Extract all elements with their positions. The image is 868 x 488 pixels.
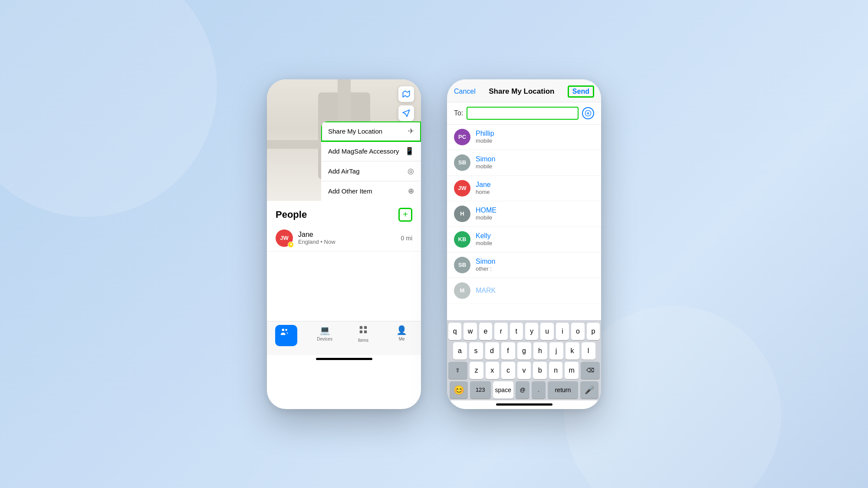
- airtag-icon: ◎: [408, 167, 414, 176]
- tab-people[interactable]: People: [267, 325, 306, 346]
- left-phone: JW Share My Location ✈ Add MagSafe Acces…: [267, 79, 421, 409]
- key-q[interactable]: q: [448, 323, 461, 340]
- simon2-avatar: SB: [454, 257, 470, 273]
- key-o[interactable]: o: [571, 323, 584, 340]
- key-i[interactable]: i: [556, 323, 569, 340]
- key-h[interactable]: h: [533, 342, 547, 360]
- home-indicator-right: [447, 400, 601, 409]
- simon2-info: Simon other :: [476, 258, 594, 272]
- at-key[interactable]: @: [516, 381, 529, 399]
- key-v[interactable]: v: [517, 362, 531, 379]
- contact-mark[interactable]: M MARK: [447, 278, 601, 304]
- contact-kelly[interactable]: KB Kelly mobile: [447, 227, 601, 252]
- key-a[interactable]: a: [453, 342, 467, 360]
- home-sub: mobile: [476, 214, 594, 221]
- key-k[interactable]: k: [566, 342, 579, 360]
- key-n[interactable]: n: [549, 362, 563, 379]
- keyboard: q w e r t y u i o p a s d f g: [447, 320, 601, 400]
- kb-row-3: ⇧ z x c v b n m ⌫: [448, 362, 600, 379]
- jane-contact-avatar: JW: [454, 180, 470, 197]
- to-input[interactable]: [467, 107, 579, 120]
- mark-info: MARK: [476, 287, 594, 295]
- key-y[interactable]: y: [525, 323, 538, 340]
- send-button[interactable]: Send: [568, 85, 594, 98]
- mark-name: MARK: [476, 287, 594, 295]
- key-j[interactable]: j: [549, 342, 563, 360]
- key-w[interactable]: w: [464, 323, 477, 340]
- home-bar: [316, 358, 372, 360]
- shift-key[interactable]: ⇧: [448, 362, 467, 379]
- contact-simon2[interactable]: SB Simon other :: [447, 252, 601, 278]
- contact-simon1[interactable]: SB Simon mobile: [447, 150, 601, 176]
- contact-home[interactable]: H HOME mobile: [447, 201, 601, 227]
- jane-person-row[interactable]: JW ★ Jane England • Now 0 mi: [267, 225, 421, 252]
- to-add-button[interactable]: [582, 107, 594, 119]
- emoji-key[interactable]: 😊: [450, 381, 468, 399]
- space-key[interactable]: space: [493, 381, 514, 399]
- add-people-button[interactable]: +: [398, 208, 412, 222]
- kelly-sub: mobile: [476, 240, 594, 246]
- svg-point-0: [282, 328, 284, 331]
- items-tab-label: Items: [358, 338, 368, 343]
- kelly-avatar: KB: [454, 231, 470, 248]
- tab-items[interactable]: Items: [344, 325, 383, 346]
- jane-distance: 0 mi: [401, 235, 412, 242]
- key-z[interactable]: z: [470, 362, 483, 379]
- jane-avatar: JW ★: [276, 229, 293, 247]
- add-magsafe-menu-item[interactable]: Add MagSafe Accessory 📱: [321, 141, 421, 161]
- cancel-button[interactable]: Cancel: [454, 88, 476, 95]
- dot-key[interactable]: .: [532, 381, 546, 399]
- kelly-name: Kelly: [476, 232, 594, 240]
- key-m[interactable]: m: [565, 362, 579, 379]
- key-b[interactable]: b: [533, 362, 547, 379]
- simon2-name: Simon: [476, 258, 594, 265]
- kb-row-1: q w e r t y u i o p: [448, 323, 600, 340]
- mark-avatar: M: [454, 282, 470, 299]
- tab-me[interactable]: 👤 Me: [382, 325, 421, 346]
- num-key[interactable]: 123: [470, 381, 491, 399]
- key-e[interactable]: e: [479, 323, 492, 340]
- people-tab-label: People: [279, 339, 293, 344]
- key-u[interactable]: u: [540, 323, 553, 340]
- key-p[interactable]: p: [587, 323, 600, 340]
- home-avatar: H: [454, 206, 470, 222]
- add-plus-icon: +: [403, 210, 408, 219]
- key-d[interactable]: d: [485, 342, 499, 360]
- key-l[interactable]: l: [582, 342, 595, 360]
- devices-tab-label: Devices: [317, 337, 332, 341]
- phillip-sub: mobile: [476, 138, 594, 144]
- add-other-label: Add Other Item: [328, 187, 372, 195]
- key-t[interactable]: t: [510, 323, 523, 340]
- add-other-item-menu-item[interactable]: Add Other Item ⊕: [321, 181, 421, 201]
- delete-key[interactable]: ⌫: [581, 362, 600, 379]
- tab-devices[interactable]: 💻 Devices: [306, 325, 344, 346]
- simon1-info: Simon mobile: [476, 155, 594, 170]
- magsafe-icon: 📱: [405, 147, 414, 156]
- add-airtag-menu-item[interactable]: Add AirTag ◎: [321, 161, 421, 181]
- share-location-icon: ✈: [408, 127, 414, 136]
- home-indicator: [267, 355, 421, 364]
- key-x[interactable]: x: [486, 362, 500, 379]
- key-f[interactable]: f: [501, 342, 515, 360]
- key-r[interactable]: r: [494, 323, 507, 340]
- home-info: HOME mobile: [476, 206, 594, 221]
- return-key[interactable]: return: [548, 381, 578, 399]
- svg-rect-4: [360, 330, 362, 333]
- contacts-list: PC Phillip mobile SB Simon mobile: [447, 124, 601, 320]
- people-title: People: [276, 209, 307, 220]
- phillip-info: Phillip mobile: [476, 130, 594, 144]
- location-button[interactable]: [398, 105, 414, 121]
- mic-key[interactable]: 🎤: [580, 381, 598, 399]
- key-c[interactable]: c: [501, 362, 515, 379]
- key-g[interactable]: g: [517, 342, 531, 360]
- simon1-sub: mobile: [476, 163, 594, 170]
- tab-people-bg: People: [275, 325, 297, 346]
- svg-rect-3: [364, 326, 367, 328]
- empty-space: [267, 252, 421, 321]
- contact-phillip[interactable]: PC Phillip mobile: [447, 124, 601, 150]
- share-location-menu-item[interactable]: Share My Location ✈: [321, 121, 421, 141]
- contact-jane[interactable]: JW Jane home: [447, 176, 601, 201]
- map-toggle-button[interactable]: [398, 86, 414, 102]
- simon2-sub: other :: [476, 265, 594, 272]
- key-s[interactable]: s: [469, 342, 483, 360]
